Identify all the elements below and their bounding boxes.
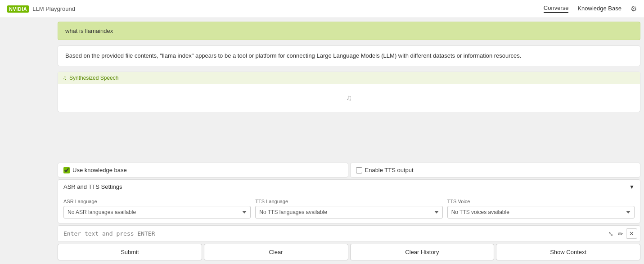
- asr-language-field: ASR Language No ASR languages available: [63, 199, 255, 218]
- controls-section: Use knowledge base Enable TTS output ASR…: [54, 161, 644, 264]
- synthesized-speech-header: ♫ Synthesized Speech: [58, 72, 640, 84]
- music-note-icon: ♫: [63, 75, 67, 81]
- tts-language-label: TTS Language: [255, 199, 442, 204]
- enable-tts-label: Enable TTS output: [365, 167, 414, 173]
- main-area: what is llamaindex Based on the provided…: [0, 18, 644, 264]
- submit-button[interactable]: Submit: [58, 244, 202, 260]
- brand-area: NVIDIA LLM Playground: [7, 5, 75, 13]
- synthesized-speech-music-icon: ♫: [346, 93, 352, 103]
- navbar: NVIDIA LLM Playground Converse Knowledge…: [0, 0, 644, 18]
- content-area: what is llamaindex Based on the provided…: [54, 18, 644, 264]
- resize-icon[interactable]: ⤡: [606, 228, 615, 239]
- tts-voice-field: TTS Voice No TTS voices available: [447, 199, 635, 218]
- app-title: LLM Playground: [32, 5, 75, 12]
- input-actions: ⤡ ✏ ✕: [603, 226, 640, 241]
- tts-language-field: TTS Language No TTS languages available: [255, 199, 447, 218]
- nav-links: Converse Knowledge Base ⚙: [544, 5, 637, 13]
- use-knowledge-base-checkbox[interactable]: [63, 167, 70, 173]
- chevron-down-icon: ▼: [629, 184, 635, 190]
- nvidia-logo: NVIDIA: [7, 5, 29, 13]
- chat-scroll-area[interactable]: what is llamaindex Based on the provided…: [54, 18, 644, 161]
- text-input[interactable]: [58, 226, 603, 241]
- enable-tts-item: Enable TTS output: [350, 163, 641, 178]
- use-knowledge-base-label: Use knowledge base: [72, 167, 127, 173]
- input-row: ⤡ ✏ ✕: [58, 225, 640, 242]
- edit-icon[interactable]: ✏: [616, 228, 625, 239]
- close-icon[interactable]: ✕: [626, 228, 637, 239]
- settings-icon[interactable]: ⚙: [630, 5, 637, 13]
- synthesized-speech-section: ♫ Synthesized Speech ♫: [58, 72, 640, 112]
- checkbox-row: Use knowledge base Enable TTS output: [58, 163, 640, 178]
- clear-button[interactable]: Clear: [204, 244, 348, 260]
- synthesized-speech-body: ♫: [58, 84, 640, 112]
- nav-link-converse[interactable]: Converse: [544, 5, 569, 13]
- nav-link-knowledge-base[interactable]: Knowledge Base: [577, 5, 621, 13]
- tts-language-select[interactable]: No TTS languages available: [255, 206, 442, 218]
- nvidia-brand-text: NVIDIA: [7, 5, 29, 13]
- sidebar: [0, 18, 54, 264]
- clear-history-button[interactable]: Clear History: [350, 244, 495, 260]
- show-context-button[interactable]: Show Context: [496, 244, 640, 260]
- action-buttons-row: Submit Clear Clear History Show Context: [58, 244, 640, 260]
- asr-tts-section: ASR and TTS Settings ▼ ASR Language No A…: [58, 179, 640, 223]
- enable-tts-checkbox[interactable]: [356, 167, 362, 173]
- asr-tts-header-label: ASR and TTS Settings: [63, 183, 122, 190]
- use-knowledge-base-item: Use knowledge base: [58, 163, 348, 178]
- asr-tts-body: ASR Language No ASR languages available …: [58, 194, 640, 223]
- user-message: what is llamaindex: [58, 22, 640, 40]
- synthesized-speech-label: Synthesized Speech: [69, 75, 118, 81]
- asr-tts-header[interactable]: ASR and TTS Settings ▼: [58, 180, 640, 194]
- tts-voice-select[interactable]: No TTS voices available: [447, 206, 635, 218]
- ai-message: Based on the provided file contents, "ll…: [58, 46, 640, 66]
- asr-language-select[interactable]: No ASR languages available: [63, 206, 251, 218]
- asr-language-label: ASR Language: [63, 199, 251, 204]
- tts-voice-label: TTS Voice: [447, 199, 635, 204]
